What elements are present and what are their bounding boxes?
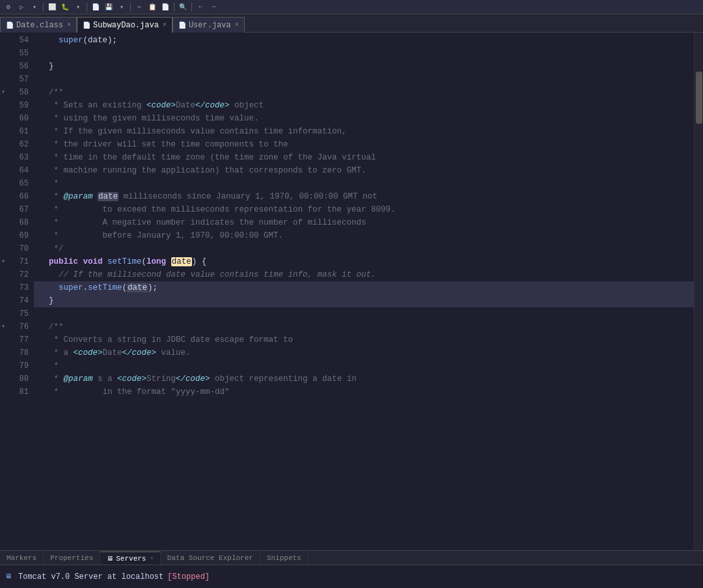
line-num-55: 55 [0,47,29,60]
line-num-65: 65 [0,177,29,190]
bottom-tab-properties[interactable]: Properties [44,552,100,565]
bottom-tab-servers[interactable]: 🖥 Servers × [100,552,161,565]
toolbar-debug-icon[interactable]: 🐛 [59,1,71,13]
code-line-70: */ [34,242,694,255]
code-line-72: // If the millisecond date value contain… [34,268,694,281]
toolbar-search-icon[interactable]: 🔍 [177,1,189,13]
code-line-80: * @param s a <code>String</code> object … [34,372,694,385]
toolbar-sep-2 [87,3,87,12]
toolbar-dropdown2-icon[interactable]: ▾ [72,1,84,13]
line-num-68: 68 [0,216,29,229]
line-num-64: 64 [0,164,29,177]
tab-date-class[interactable]: 📄 Date.class × [0,17,77,33]
scrollbar-thumb[interactable] [696,72,702,124]
line-num-70: 70 [0,242,29,255]
tab-subway-dao-label: SubwayDao.java [93,21,159,30]
line-num-60: 60 [0,112,29,125]
tab-user-java-label: User.java [189,21,231,30]
bottom-tab-snippets[interactable]: Snippets [260,552,309,565]
tab-date-class-label: Date.class [16,21,63,30]
line-num-63: 63 [0,151,29,164]
code-editor[interactable]: 5455565758596061626364656667686970717273… [0,33,703,550]
code-line-73: super.setTime(date); [34,281,694,294]
bottom-panel: Markers Properties 🖥 Servers × Data Sour… [0,550,703,588]
code-line-76: /** [34,320,694,333]
code-line-75 [34,307,694,320]
toolbar-new-icon[interactable]: 📄 [90,1,102,13]
tab-bar: 📄 Date.class × 📄 SubwayDao.java × 📄 User… [0,14,703,33]
toolbar-play-icon[interactable]: ▷ [16,1,27,13]
toolbar-copy-icon[interactable]: 📋 [146,1,158,13]
tab-user-java-close[interactable]: × [235,21,239,29]
code-container: 5455565758596061626364656667686970717273… [0,33,703,550]
line-num-56: 56 [0,60,29,73]
main-area: 5455565758596061626364656667686970717273… [0,33,703,550]
line-num-58: 58 [0,86,29,99]
line-num-66: 66 [0,190,29,203]
code-line-81: * in the format "yyyy-mm-dd" [34,385,694,399]
code-line-71: public void setTime(long date) { [34,255,694,268]
code-line-54: super(date); [34,34,694,47]
code-line-74: } [34,294,694,307]
line-numbers: 5455565758596061626364656667686970717273… [0,33,34,550]
toolbar-cut-icon[interactable]: ✂ [133,1,145,13]
code-line-63: * time in the default time zone (the tim… [34,151,694,164]
line-num-81: 81 [0,385,29,399]
toolbar-stop-icon[interactable]: ⬜ [46,1,58,13]
server-status: [Stopped] [167,572,210,581]
line-num-71: 71 [0,255,29,268]
tab-date-class-icon: 📄 [6,21,14,29]
line-num-76: 76 [0,320,29,333]
toolbar-back-icon[interactable]: ← [195,1,206,13]
code-line-64: * machine running the application) that … [34,164,694,177]
line-num-79: 79 [0,359,29,372]
bottom-tab-servers-close[interactable]: × [150,555,153,562]
bottom-tab-markers-label: Markers [7,554,36,562]
tomcat-server-icon: 🖥 [5,572,14,581]
line-num-54: 54 [0,34,29,47]
tab-date-class-close[interactable]: × [67,21,71,29]
toolbar-paste-icon[interactable]: 📄 [159,1,171,13]
code-line-62: * the driver will set the time component… [34,138,694,151]
toolbar-forward-icon[interactable]: → [208,1,219,13]
toolbar-dropdown-icon[interactable]: ▾ [29,1,40,13]
bottom-content: 🖥 Tomcat v7.0 Server at localhost [Stopp… [0,565,703,588]
vertical-scrollbar[interactable] [694,33,703,550]
toolbar-sep-1 [43,3,44,12]
code-line-68: * A negative number indicates the number… [34,216,694,229]
line-num-72: 72 [0,268,29,281]
toolbar-save-icon[interactable]: 💾 [103,1,115,13]
line-num-75: 75 [0,307,29,320]
line-num-67: 67 [0,203,29,216]
tab-user-java[interactable]: 📄 User.java × [172,17,245,33]
line-num-77: 77 [0,333,29,346]
code-line-67: * to exceed the milliseconds representat… [34,203,694,216]
toolbar: ⚙ ▷ ▾ ⬜ 🐛 ▾ 📄 💾 ▾ ✂ 📋 📄 🔍 ← → [0,0,703,14]
line-num-73: 73 [0,281,29,294]
tab-user-java-icon: 📄 [178,21,186,29]
bottom-tab-markers[interactable]: Markers [0,552,44,565]
line-num-57: 57 [0,73,29,86]
bottom-tab-snippets-label: Snippets [267,554,301,562]
server-entry: 🖥 Tomcat v7.0 Server at localhost [Stopp… [5,572,210,581]
bottom-tab-properties-label: Properties [50,554,93,562]
line-num-61: 61 [0,125,29,138]
bottom-tab-data-source[interactable]: Data Source Explorer [161,552,260,565]
code-line-57 [34,73,694,86]
toolbar-run-icon[interactable]: ⚙ [3,1,14,13]
code-line-65: * [34,177,694,190]
line-num-80: 80 [0,372,29,385]
line-num-78: 78 [0,346,29,359]
tab-subway-dao-close[interactable]: × [163,21,167,29]
servers-icon: 🖥 [107,555,113,563]
toolbar-dropdown3-icon[interactable]: ▾ [116,1,128,13]
bottom-tab-data-source-label: Data Source Explorer [167,554,253,562]
tab-subway-dao[interactable]: 📄 SubwayDao.java × [77,17,172,33]
toolbar-sep-5 [191,3,192,12]
code-line-61: * If the given milliseconds value contai… [34,125,694,138]
code-line-59: * Sets an existing <code>Date</code> obj… [34,99,694,112]
code-line-55 [34,47,694,60]
code-line-77: * Converts a string in JDBC date escape … [34,333,694,346]
server-label: Tomcat v7.0 Server at localhost [18,572,163,581]
toolbar-sep-3 [130,3,131,12]
